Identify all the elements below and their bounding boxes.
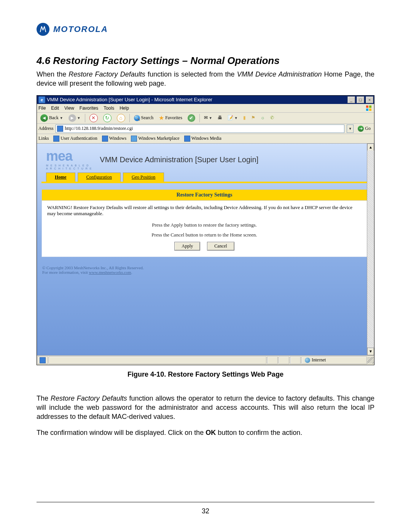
mail-icon: ✉ [204,115,208,121]
refresh-icon: ↻ [103,114,112,122]
text: The confirmation window will be displaye… [37,429,206,436]
history-icon: ✔ [188,114,195,122]
chevron-down-icon: ▼ [209,116,212,120]
instruction-cancel: Press the Cancel button to return to the… [47,232,362,238]
mail-button[interactable]: ✉▼ [202,114,214,122]
cancel-button[interactable]: Cancel [207,242,234,251]
maximize-button[interactable]: □ [357,96,364,103]
go-arrow-icon: ➔ [358,126,364,132]
section-heading: 4.6 Restoring Factory Settings – Normal … [37,55,374,67]
search-label: Search [141,115,154,121]
tab-label: Home [55,174,67,180]
toolbar-extra-3[interactable]: ☼ [259,114,267,122]
vertical-scrollbar[interactable]: ▲ ▼ [367,144,374,355]
menu-file[interactable]: File [38,105,46,111]
text: The [37,395,51,402]
svg-rect-1 [369,105,371,108]
go-button[interactable]: ➔Go [356,125,373,133]
brand-name: MOTOROLA [53,24,108,34]
links-bar: Links User Authentication Windows Window… [37,134,374,144]
page-icon [57,126,63,132]
stop-button[interactable]: ✕ [88,113,100,123]
home-button[interactable]: ⌂ [115,113,127,123]
menu-help[interactable]: Help [119,105,129,111]
favorites-button[interactable]: ★Favorites [157,113,184,123]
menu-view[interactable]: View [64,105,74,111]
scroll-down-icon[interactable]: ▼ [367,348,374,355]
text: button to confirm the action. [216,429,302,436]
close-button[interactable]: × [366,96,373,103]
link-marketplace[interactable]: Windows Marketplace [131,136,179,142]
print-button[interactable]: 🖶 [216,114,224,122]
link-label: User Authentication [61,136,97,141]
toolbar-extra-4[interactable]: ✆ [268,114,276,122]
status-pane-page-icon [37,356,48,364]
link-label: Windows [109,136,127,141]
mea-tagline-1: M E S H E N A B L E D [46,164,92,167]
page-number: 32 [0,507,411,515]
content-panel: Restore Factory Settings WARNING! Restor… [41,189,367,257]
back-button[interactable]: ◄ Back ▼ [38,113,65,123]
text-italic: Restore Factory Defaults [51,395,127,402]
star-icon: ★ [159,114,164,121]
paragraph-3: The confirmation window will be displaye… [37,428,374,437]
minimize-button[interactable]: _ [347,96,355,103]
copyright-text: © Copyright 2003 MeshNetworks Inc., All … [42,265,374,270]
scroll-track[interactable] [367,150,374,348]
zone-label: Internet [312,357,326,363]
page-icon [53,136,59,142]
chevron-down-icon: ▼ [234,116,238,120]
toolbar-extra-2[interactable]: ⚑ [249,114,257,122]
menu-edit[interactable]: Edit [51,105,59,111]
go-label: Go [365,126,371,131]
more-info-line: For more information, visit www.meshnetw… [42,270,374,275]
chevron-down-icon: ▼ [77,116,81,120]
page-icon [184,136,190,142]
address-field[interactable]: http://10.128.188.9/admin/restore.cgi [56,125,344,133]
link-user-auth[interactable]: User Authentication [53,136,97,142]
resize-grip-icon[interactable] [367,357,374,364]
back-label: Back [49,115,59,121]
window-title: VMM Device Administration [Super User Lo… [47,97,212,102]
url-text: http://10.128.188.9/admin/restore.cgi [65,126,133,131]
meshnetworks-link[interactable]: www.meshnetworks.com [89,270,131,275]
apply-button[interactable]: Apply [174,242,200,251]
links-label: Links [38,136,49,141]
web-page-title: VMM Device Administration [Super User Lo… [100,155,258,164]
link-media[interactable]: Windows Media [184,136,221,142]
menu-tools[interactable]: Tools [104,105,114,111]
page-icon [40,357,46,363]
paragraph-2: The Restore Factory Defaults function al… [37,394,374,422]
figure-caption: Figure 4-10. Restore Factory Settings We… [37,371,374,379]
refresh-button[interactable]: ↻ [101,113,113,123]
security-zone-pane: Internet [301,356,367,364]
edit-button[interactable]: 📝▼ [226,114,240,122]
scroll-up-icon[interactable]: ▲ [367,144,374,151]
toolbar-extra-1[interactable]: ▮ [241,114,248,122]
text: function is selected from the [145,70,237,78]
menu-favorites[interactable]: Favorites [80,105,98,111]
messenger-icon: ✆ [270,115,274,121]
mea-logo-text: mea [46,148,92,164]
tab-configuration[interactable]: Configuration [78,173,121,182]
intro-paragraph: When the Restore Factory Defaults functi… [37,70,374,88]
brand-header: MOTOROLA [37,23,374,36]
text-bold: OK [206,429,216,436]
link-windows[interactable]: Windows [102,136,127,142]
panel-title: Restore Factory Settings [42,190,367,201]
tab-home[interactable]: Home [46,173,75,182]
back-arrow-icon: ◄ [40,114,48,122]
forward-arrow-icon: ► [68,114,76,122]
motorola-logo-icon [37,23,49,36]
search-button[interactable]: 🔍Search [132,114,156,122]
web-content-area: mea M E S H E N A B L E D A R C H I T E … [37,144,374,355]
forward-button[interactable]: ► ▼ [67,113,83,123]
address-dropdown[interactable]: ▼ [347,125,354,133]
svg-rect-0 [366,105,368,108]
footer-rule [37,502,374,502]
tab-geo-position[interactable]: Geo Position [123,173,164,182]
stop-icon: ✕ [89,114,98,122]
history-button[interactable]: ✔ [186,113,197,123]
search-icon: 🔍 [134,115,140,121]
page-icon [102,136,108,142]
